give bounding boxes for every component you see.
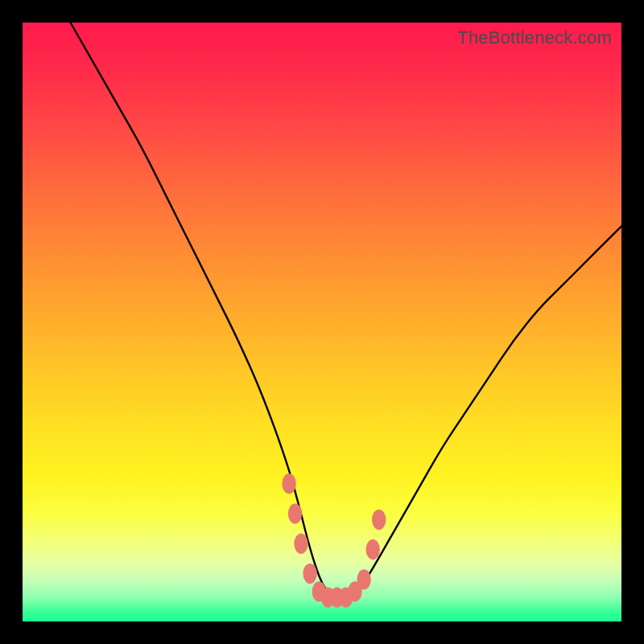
curve-marker — [288, 504, 302, 524]
curve-marker — [282, 473, 295, 493]
curve-marker — [357, 569, 370, 589]
curve-marker — [372, 510, 386, 530]
chart-plot-area: TheBottleneck.com — [23, 23, 621, 621]
curve-markers — [282, 473, 386, 608]
curve-marker — [294, 534, 308, 554]
curve-marker — [366, 539, 380, 559]
chart-frame: TheBottleneck.com — [0, 0, 644, 644]
curve-marker — [303, 564, 316, 584]
watermark-text: TheBottleneck.com — [457, 27, 612, 48]
bottleneck-curve-line — [71, 23, 622, 597]
bottleneck-curve-svg — [23, 23, 621, 621]
